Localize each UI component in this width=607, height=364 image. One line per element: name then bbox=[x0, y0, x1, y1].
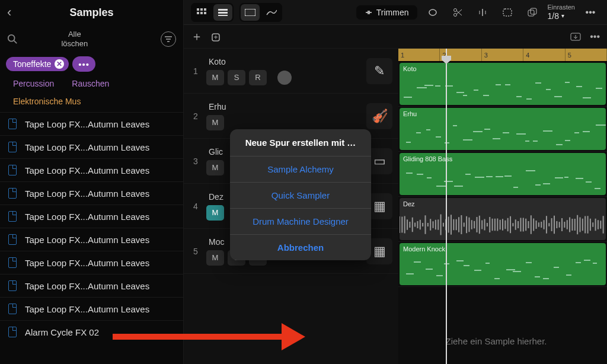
automation-view-icon[interactable] bbox=[262, 4, 281, 21]
svg-point-15 bbox=[453, 8, 456, 11]
region[interactable]: Gliding 808 Bass bbox=[400, 153, 606, 195]
list-item[interactable]: Tape Loop FX...Autumn Leaves bbox=[0, 158, 183, 181]
track-header[interactable]: 1KotoMSR✎ bbox=[184, 49, 398, 94]
sub-tag[interactable]: Percussion bbox=[6, 76, 61, 91]
svg-rect-5 bbox=[197, 8, 199, 11]
snap-setting[interactable]: Einrasten 1/8▾ bbox=[548, 4, 575, 21]
track-number: 2 bbox=[190, 111, 202, 121]
svg-rect-22 bbox=[503, 9, 512, 16]
instrument-icon[interactable]: ✎ bbox=[366, 58, 392, 84]
region-row: Erhu bbox=[398, 107, 607, 152]
sample-list: Tape Loop FX...Autumn LeavesTape Loop FX… bbox=[0, 112, 183, 364]
tag-more-button[interactable]: ••• bbox=[72, 56, 95, 72]
loop-icon[interactable] bbox=[423, 4, 442, 21]
ruler-mark[interactable]: 3 bbox=[482, 49, 523, 61]
list-item[interactable]: Tape Loop FX...Autumn Leaves bbox=[0, 251, 183, 274]
solo-button[interactable]: S bbox=[228, 70, 245, 85]
instrument-icon[interactable]: 🎻 bbox=[366, 103, 392, 129]
region[interactable]: Modern Knock bbox=[400, 243, 606, 285]
clear-all-button[interactable]: Alle löschen bbox=[61, 30, 88, 48]
svg-text:+: + bbox=[213, 33, 218, 41]
svg-rect-13 bbox=[218, 15, 228, 16]
track-number: 3 bbox=[190, 157, 202, 166]
svg-rect-6 bbox=[200, 8, 203, 11]
popup-title: Neue Spur erstellen mit … bbox=[230, 129, 371, 157]
popup-option[interactable]: Drum Machine Designer bbox=[230, 209, 371, 235]
region-row: Modern Knock bbox=[398, 242, 607, 287]
more-icon[interactable]: ••• bbox=[581, 4, 600, 21]
sub-tag[interactable]: Rauschen bbox=[65, 76, 116, 91]
list-item[interactable]: Tape Loop FX...Autumn Leaves bbox=[0, 205, 183, 228]
svg-rect-7 bbox=[204, 8, 206, 11]
region[interactable]: Koto bbox=[400, 63, 606, 105]
select-icon[interactable] bbox=[498, 4, 517, 21]
record-button[interactable]: R bbox=[249, 70, 267, 85]
split-icon[interactable] bbox=[473, 4, 492, 21]
track-more-icon[interactable]: ••• bbox=[590, 31, 600, 42]
svg-rect-11 bbox=[218, 9, 228, 11]
region-row: Koto bbox=[398, 62, 607, 107]
popup-option[interactable]: Sample Alchemy bbox=[230, 157, 371, 183]
list-item[interactable]: Tape Loop FX...Autumn Leaves bbox=[0, 297, 183, 320]
region-row: Gliding 808 Bass bbox=[398, 152, 607, 197]
playhead[interactable] bbox=[446, 49, 447, 364]
list-item[interactable]: Tape Loop FX...Autumn Leaves bbox=[0, 274, 183, 297]
ruler-mark[interactable]: 4 bbox=[523, 49, 565, 61]
pan-knob[interactable] bbox=[277, 71, 292, 85]
trim-button[interactable]: Trimmen bbox=[356, 5, 417, 20]
mute-button[interactable]: M bbox=[206, 70, 224, 85]
mute-button[interactable]: M bbox=[206, 250, 224, 266]
list-item[interactable]: Tape Loop FX...Autumn Leaves bbox=[0, 112, 183, 135]
sample-name: Tape Loop FX...Autumn Leaves bbox=[25, 189, 149, 199]
svg-rect-9 bbox=[200, 12, 203, 14]
svg-rect-23 bbox=[528, 10, 534, 16]
import-icon[interactable] bbox=[570, 32, 582, 41]
track-number: 1 bbox=[190, 66, 202, 76]
scissors-icon[interactable] bbox=[448, 4, 467, 21]
list-item[interactable]: Alarm Cycle FX 02 bbox=[0, 320, 183, 343]
track-name: Koto bbox=[206, 57, 362, 66]
ruler-mark[interactable]: 5 bbox=[566, 49, 607, 61]
remove-tag-icon[interactable]: ✕ bbox=[55, 59, 64, 69]
region-row: Dez bbox=[398, 197, 607, 242]
active-tag[interactable]: Toneffekte ✕ bbox=[6, 57, 69, 71]
sidebar-title: Samples bbox=[21, 7, 162, 19]
top-toolbar: Trimmen Einrasten 1/8▾ ••• bbox=[184, 0, 607, 25]
svg-point-16 bbox=[453, 13, 456, 16]
list-item[interactable]: Tape Loop FX...Autumn Leaves bbox=[0, 135, 183, 158]
svg-line-1 bbox=[14, 40, 17, 43]
track-number: 4 bbox=[190, 202, 202, 211]
search-icon[interactable] bbox=[7, 34, 21, 44]
mute-button[interactable]: M bbox=[206, 160, 224, 175]
add-track-icon[interactable]: ＋ bbox=[191, 28, 203, 44]
file-icon bbox=[8, 304, 17, 314]
popup-cancel[interactable]: Abbrechen bbox=[230, 235, 371, 260]
back-button[interactable]: ‹ bbox=[7, 5, 21, 20]
ruler-mark[interactable]: 1 bbox=[398, 49, 440, 61]
svg-point-0 bbox=[8, 34, 15, 41]
svg-rect-14 bbox=[245, 9, 255, 16]
mute-button[interactable]: M bbox=[206, 205, 224, 221]
list-item[interactable]: Tape Loop FX...Autumn Leaves bbox=[0, 181, 183, 205]
track-number: 5 bbox=[190, 247, 202, 256]
filter-menu-icon[interactable] bbox=[161, 31, 176, 47]
ruler[interactable]: 12345 bbox=[398, 49, 607, 62]
file-icon bbox=[8, 327, 17, 337]
region-view-icon[interactable] bbox=[241, 4, 260, 21]
mute-button[interactable]: M bbox=[206, 115, 224, 130]
grid-view-icon[interactable] bbox=[192, 4, 211, 21]
region[interactable]: Dez bbox=[400, 198, 606, 240]
region[interactable]: Erhu bbox=[400, 108, 606, 150]
timeline[interactable]: 12345 KotoErhuGliding 808 BassDezModern … bbox=[398, 49, 607, 364]
duplicate-track-icon[interactable]: + bbox=[211, 31, 223, 42]
sample-name: Tape Loop FX...Autumn Leaves bbox=[25, 258, 149, 268]
list-item[interactable]: Tape Loop FX...Autumn Leaves bbox=[0, 228, 183, 251]
sample-name: Tape Loop FX...Autumn Leaves bbox=[25, 304, 149, 314]
file-icon bbox=[8, 165, 17, 175]
svg-rect-24 bbox=[531, 8, 536, 14]
file-icon bbox=[8, 234, 17, 245]
popup-option[interactable]: Quick Sampler bbox=[230, 183, 371, 209]
copy-icon[interactable] bbox=[523, 4, 542, 21]
list-view-icon[interactable] bbox=[213, 4, 232, 21]
sub-tag[interactable]: Elektronische Mus bbox=[6, 94, 88, 108]
